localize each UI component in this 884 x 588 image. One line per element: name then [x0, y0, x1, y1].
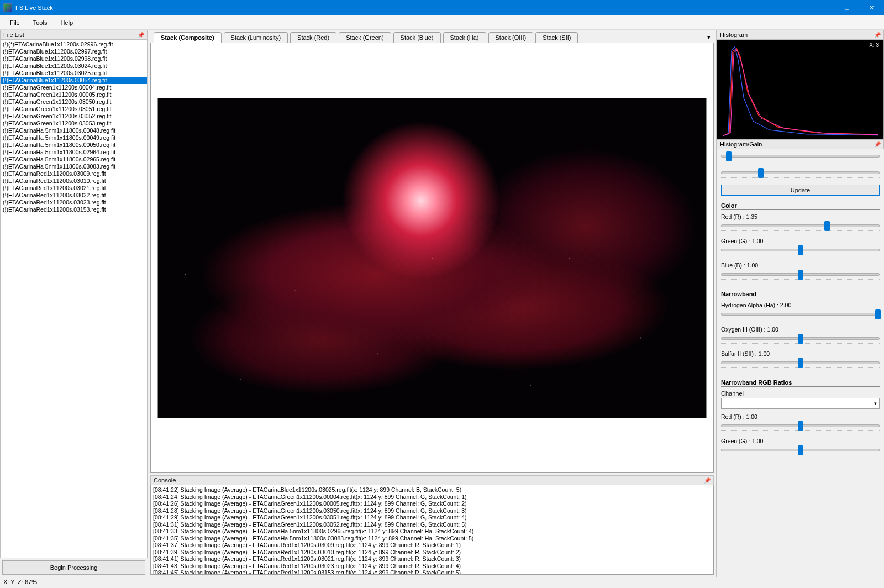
- sii-slider[interactable]: [721, 358, 880, 368]
- ha-slider-label: Hydrogen Alpha (Ha) : 2.00: [721, 302, 880, 308]
- blue-slider[interactable]: [721, 270, 880, 280]
- pin-icon[interactable]: 📌: [874, 32, 881, 38]
- file-list-header: File List 📌: [0, 30, 148, 40]
- tab-stack--green-[interactable]: Stack (Green): [339, 32, 391, 43]
- color-section-header: Color: [721, 202, 880, 210]
- pin-icon[interactable]: 📌: [138, 32, 144, 38]
- tab-bar: Stack (Composite)Stack (Luminosity)Stack…: [150, 32, 714, 43]
- file-item[interactable]: (!)ETACarinaRed1x11200s.03009.reg.fit: [1, 170, 147, 177]
- tab-stack--red-[interactable]: Stack (Red): [290, 32, 336, 43]
- gain-header: Histogram/Gain 📌: [717, 139, 884, 149]
- maximize-button[interactable]: ☐: [834, 0, 859, 15]
- app-icon: [3, 3, 12, 12]
- file-item[interactable]: (!)ETACarinaBlue1x11200s.02997.reg.fit: [1, 48, 147, 55]
- ratios-section-header: Narrowband RGB Ratios: [721, 379, 880, 387]
- ratio-red-label: Red (R) : 1.00: [721, 413, 880, 420]
- file-item[interactable]: (!)ETACarinaRed1x11200s.03022.reg.fit: [1, 192, 147, 199]
- sii-slider-label: Sulfur II (SII) : 1.00: [721, 350, 880, 357]
- chevron-down-icon: ▾: [872, 401, 879, 406]
- green-slider[interactable]: [721, 245, 880, 255]
- blue-slider-label: Blue (B) : 1.00: [721, 262, 880, 269]
- histogram-x-label: X: 3: [869, 42, 879, 48]
- file-list[interactable]: (!)(*)ETACarinaBlue1x11200s.02996.reg.fi…: [0, 40, 148, 558]
- menu-tools[interactable]: Tools: [27, 17, 54, 28]
- histogram-header: Histogram 📌: [717, 30, 884, 40]
- titlebar: FS Live Stack ─ ☐ ✕: [0, 0, 884, 15]
- console-header: Console 📌: [150, 475, 714, 485]
- oiii-slider-label: Oxygen III (OIII) : 1.00: [721, 326, 880, 333]
- file-item[interactable]: (!)ETACarinaBlue1x11200s.03025.reg.fit: [1, 70, 147, 77]
- begin-processing-button[interactable]: Begin Processing: [2, 560, 145, 575]
- menubar: File Tools Help: [0, 15, 884, 30]
- minimize-button[interactable]: ─: [809, 0, 834, 15]
- file-item[interactable]: (!)ETACarinaGreen1x11200s.03050.reg.fit: [1, 98, 147, 106]
- tab-stack--sii-[interactable]: Stack (SII): [535, 32, 578, 43]
- status-bar: X: Y: Z: 67%: [0, 577, 884, 588]
- oiii-slider[interactable]: [721, 334, 880, 344]
- ratio-green-label: Green (G) : 1.00: [721, 438, 880, 444]
- tab-stack--ha-[interactable]: Stack (Ha): [443, 32, 486, 43]
- file-item[interactable]: (!)ETACarinaHa 5nm1x11800s.00049.reg.fit: [1, 134, 147, 141]
- file-item[interactable]: (!)ETACarinaGreen1x11200s.00005.reg.fit: [1, 91, 147, 98]
- menu-file[interactable]: File: [3, 17, 27, 28]
- stacked-image: [157, 98, 707, 418]
- tab-stack--blue-[interactable]: Stack (Blue): [393, 32, 441, 43]
- file-item[interactable]: (!)ETACarinaBlue1x11200s.03054.reg.fit: [1, 77, 147, 84]
- close-button[interactable]: ✕: [859, 0, 884, 15]
- ratio-green-slider[interactable]: [721, 445, 880, 455]
- file-item[interactable]: (!)ETACarinaGreen1x11200s.03053.reg.fit: [1, 120, 147, 127]
- file-item[interactable]: (!)ETACarinaHa 5nm1x11800s.00050.reg.fit: [1, 141, 147, 149]
- gain-slider-2[interactable]: [721, 168, 880, 178]
- red-slider[interactable]: [721, 221, 880, 231]
- pin-icon[interactable]: 📌: [874, 141, 881, 148]
- menu-help[interactable]: Help: [54, 17, 80, 28]
- tab-stack--oiii-[interactable]: Stack (OIII): [488, 32, 534, 43]
- tab-stack--composite-[interactable]: Stack (Composite): [154, 32, 222, 43]
- red-slider-label: Red (R) : 1.35: [721, 213, 880, 220]
- histogram-plot: X: 3: [717, 40, 884, 139]
- app-title: FS Live Stack: [15, 4, 53, 11]
- green-slider-label: Green (G) : 1.00: [721, 238, 880, 244]
- file-item[interactable]: (!)ETACarinaHa 5nm1x11800s.03083.reg.fit: [1, 163, 147, 170]
- file-item[interactable]: (!)(*)ETACarinaBlue1x11200s.02996.reg.fi…: [1, 41, 147, 48]
- image-viewport[interactable]: [150, 43, 714, 473]
- channel-label: Channel: [721, 390, 880, 397]
- file-item[interactable]: (!)ETACarinaRed1x11200s.03010.reg.fit: [1, 177, 147, 185]
- file-item[interactable]: (!)ETACarinaHa 5nm1x11800s.02964.reg.fit: [1, 149, 147, 156]
- gain-slider-1[interactable]: [721, 151, 880, 161]
- file-item[interactable]: (!)ETACarinaRed1x11200s.03023.reg.fit: [1, 199, 147, 206]
- tab-stack--luminosity-[interactable]: Stack (Luminosity): [224, 32, 288, 43]
- channel-combo[interactable]: ▾: [721, 398, 880, 409]
- tab-dropdown-icon[interactable]: ▾: [704, 32, 714, 43]
- file-item[interactable]: (!)ETACarinaBlue1x11200s.03024.reg.fit: [1, 62, 147, 70]
- update-button[interactable]: Update: [721, 185, 880, 196]
- ha-slider[interactable]: [721, 309, 880, 319]
- console-output[interactable]: [08:41:22] Stacking Image (Average) - ET…: [150, 485, 714, 575]
- file-item[interactable]: (!)ETACarinaHa 5nm1x11800s.02965.reg.fit: [1, 156, 147, 163]
- file-item[interactable]: (!)ETACarinaGreen1x11200s.03051.reg.fit: [1, 106, 147, 113]
- ratio-red-slider[interactable]: [721, 421, 880, 431]
- file-item[interactable]: (!)ETACarinaBlue1x11200s.02998.reg.fit: [1, 55, 147, 62]
- file-item[interactable]: (!)ETACarinaRed1x11200s.03021.reg.fit: [1, 185, 147, 192]
- file-item[interactable]: (!)ETACarinaGreen1x11200s.00004.reg.fit: [1, 84, 147, 91]
- file-item[interactable]: (!)ETACarinaHa 5nm1x11800s.00048.reg.fit: [1, 127, 147, 134]
- file-item[interactable]: (!)ETACarinaGreen1x11200s.03052.reg.fit: [1, 113, 147, 120]
- file-item[interactable]: (!)ETACarinaRed1x11200s.03153.reg.fit: [1, 206, 147, 213]
- pin-icon[interactable]: 📌: [704, 477, 711, 484]
- narrowband-section-header: Narrowband: [721, 291, 880, 298]
